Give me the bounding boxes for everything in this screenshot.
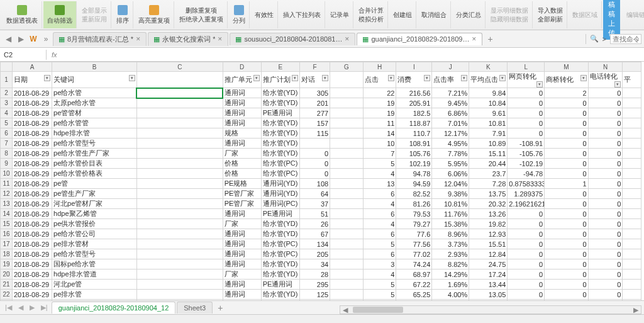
- table-row[interactable]: 192018-08-29国标pe给水管通用词给水管(YD)34374.248.8…: [1, 259, 641, 269]
- filter-icon[interactable]: ▾: [322, 75, 328, 81]
- btn-showdetail[interactable]: 显示明细数据隐藏明细数据: [487, 1, 533, 28]
- spreadsheet-grid[interactable]: ABC DEF GHI JKL MN 1日期▾关键词▾推广单元▾推广计划▾对话▾…: [0, 62, 644, 303]
- search-arrow: >: [602, 35, 606, 43]
- filter-icon[interactable]: ▾: [461, 75, 467, 81]
- command-search-input[interactable]: [610, 34, 641, 44]
- table-header-row: 1日期▾关键词▾推广单元▾推广计划▾对话▾点击▾消费▾点击率▾平均点击▾网页转化…: [1, 72, 641, 88]
- btn-subtotal[interactable]: 分类汇总: [452, 1, 486, 28]
- ribbon-toolbar: 数据透视表 自动筛选 全部显示重新应用 排序 高亮重复项 删除重复项拒绝录入重复…: [0, 0, 644, 30]
- btn-autofilter[interactable]: 自动筛选: [43, 1, 77, 28]
- table-row[interactable]: 212018-08-29河北pe管通用词PE通用词295567.221.69%1…: [1, 280, 641, 290]
- close-icon[interactable]: ✕: [218, 36, 223, 42]
- nav-back-icon[interactable]: ◀: [3, 33, 14, 45]
- formula-bar: C2 fx: [0, 48, 644, 62]
- filter-icon[interactable]: ▾: [424, 75, 430, 81]
- table-row[interactable]: 72018-08-29pe给水管型号通用词给水管(YD)10108.914.95…: [1, 139, 641, 149]
- new-tab-button[interactable]: +: [484, 33, 496, 45]
- sheet-nav-next[interactable]: ▶: [27, 303, 37, 312]
- add-sheet-button[interactable]: +: [214, 303, 226, 313]
- close-icon[interactable]: ✕: [472, 36, 477, 42]
- document-tabbar: ◀ ▶ W » ▦8月营销流程表-汇总 *✕ ▦永银文化搜索词 *✕ ▦sous…: [0, 30, 644, 48]
- btn-pivot[interactable]: 数据透视表: [3, 1, 42, 28]
- btn-group[interactable]: 创建组: [389, 1, 416, 28]
- btn-record[interactable]: 记录单: [326, 1, 353, 28]
- table-row[interactable]: 22018-08-29pe给水管通用词给水管(YD)30522216.567.2…: [1, 88, 641, 98]
- filter-icon[interactable]: ▾: [536, 81, 543, 88]
- filter-icon[interactable]: ▾: [580, 75, 587, 81]
- horizontal-scrollbar[interactable]: ◀▶: [340, 305, 641, 314]
- table-row[interactable]: 112018-08-29pe管PE规格通用词(YD)1081394.5912.0…: [1, 179, 641, 189]
- btn-textcol[interactable]: 分列: [229, 1, 250, 28]
- table-row[interactable]: 142018-08-29hdpe聚乙烯管通用词PE通用词51679.5311.7…: [1, 209, 641, 219]
- sheet-nav-first[interactable]: |◀: [3, 303, 14, 312]
- filter-icon[interactable]: ▾: [292, 75, 298, 81]
- fx-icon[interactable]: fx: [47, 51, 62, 59]
- filter-icon[interactable]: ▾: [129, 75, 135, 81]
- btn-highlight-dup[interactable]: 高亮重复项: [135, 1, 174, 28]
- filter-icon[interactable]: ▾: [388, 75, 394, 81]
- doc-tab-4[interactable]: ▦guanjianci_20180829-20180904_128483 *✕: [357, 33, 482, 45]
- wps-home-icon[interactable]: W: [28, 33, 39, 45]
- filter-icon[interactable]: ▾: [499, 75, 506, 81]
- filter-icon[interactable]: ▾: [44, 75, 50, 81]
- table-row[interactable]: 52018-08-29pe给水管管通用词给水管(YD)15711118.877.…: [1, 118, 641, 128]
- table-row[interactable]: 152018-08-29pe供水管报价厂家给水管(YD)26479.2715.3…: [1, 219, 641, 229]
- table-row[interactable]: 132018-08-29河北pe管材厂家PE管厂家通用词(PC)37481.26…: [1, 199, 641, 209]
- table-row[interactable]: 102018-08-29pe给水管价格表价格给水管(PC)0494.786.06…: [1, 169, 641, 179]
- doc-tab-1[interactable]: ▦8月营销流程表-汇总 *✕: [53, 32, 147, 46]
- table-row[interactable]: 82018-08-29pe给水管生产厂家厂家给水管(YD)07105.767.7…: [1, 149, 641, 159]
- table-row[interactable]: 222018-08-29pe排水管通用词给水管(YD)125565.254.00…: [1, 290, 641, 300]
- table-row[interactable]: 42018-08-29pe管管材通用词PE通用词27719182.56.86%9…: [1, 108, 641, 118]
- status-bar: [0, 314, 644, 323]
- btn-dataarea[interactable]: 数据区域: [569, 1, 602, 28]
- table-row[interactable]: 62018-08-29hdpe排水管规格给水管(YD)11514110.712.…: [1, 128, 641, 139]
- table-row[interactable]: 92018-08-29pe给水管价目表价格给水管(PC)05102.195.95…: [1, 159, 641, 169]
- btn-ungroup[interactable]: 取消组合: [418, 1, 451, 28]
- btn-showall[interactable]: 全部显示重新应用: [78, 1, 111, 28]
- doc-tab-2[interactable]: ▦永银文化搜索词 *✕: [148, 32, 228, 46]
- sheet-tab-1[interactable]: guanjianci_20180829-20180904_12: [52, 302, 176, 314]
- table-row[interactable]: 172018-08-29pe排水管材通用词给水管(PC)134577.563.7…: [1, 239, 641, 249]
- column-header-row[interactable]: ABC DEF GHI JKL MN: [1, 62, 641, 72]
- search-icon: 🔍: [590, 35, 599, 43]
- table-row[interactable]: 182018-08-29pe给水管型号通用词给水管(PC)205677.022.…: [1, 249, 641, 259]
- sheet-nav-prev[interactable]: ◀: [16, 303, 26, 312]
- btn-consolidate[interactable]: 合并计算模拟分析: [355, 1, 388, 28]
- table-row[interactable]: 162018-08-29pe给水管公司通用词给水管(YD)67677.68.96…: [1, 229, 641, 239]
- filter-icon[interactable]: ▾: [253, 75, 260, 81]
- btn-sort[interactable]: 排序: [113, 1, 133, 28]
- filter-icon[interactable]: ▾: [614, 81, 621, 88]
- sep: »: [40, 33, 52, 45]
- btn-validity[interactable]: 有效性: [251, 1, 278, 28]
- sheet-tab-2[interactable]: Sheet3: [177, 302, 213, 314]
- btn-delete-dup[interactable]: 删除重复项拒绝录入重复项: [175, 1, 228, 28]
- close-icon[interactable]: ✕: [136, 36, 141, 42]
- doc-tab-3[interactable]: ▦sousuoci_20180804-20180810 *✕: [230, 33, 355, 45]
- table-row[interactable]: 122018-08-29pe管生产厂家PE管厂家通用词(YD)64682.529…: [1, 189, 641, 199]
- btn-import[interactable]: 导入数据全部刷新: [534, 1, 567, 28]
- btn-insert-dd[interactable]: 插入下拉列表: [279, 1, 325, 28]
- table-row[interactable]: 202018-08-29hdpe排水管道厂家给水管(YD)28468.9714.…: [1, 269, 641, 280]
- btn-editlink[interactable]: 编辑链接: [623, 9, 644, 21]
- table-row[interactable]: 32018-08-29太原pe给水管通用词给水管(YD)20119205.919…: [1, 98, 641, 108]
- name-box[interactable]: C2: [0, 50, 47, 60]
- sheet-nav-last[interactable]: ▶|: [38, 303, 50, 312]
- close-icon[interactable]: ✕: [345, 36, 350, 42]
- nav-fwd-icon[interactable]: ▶: [15, 33, 26, 45]
